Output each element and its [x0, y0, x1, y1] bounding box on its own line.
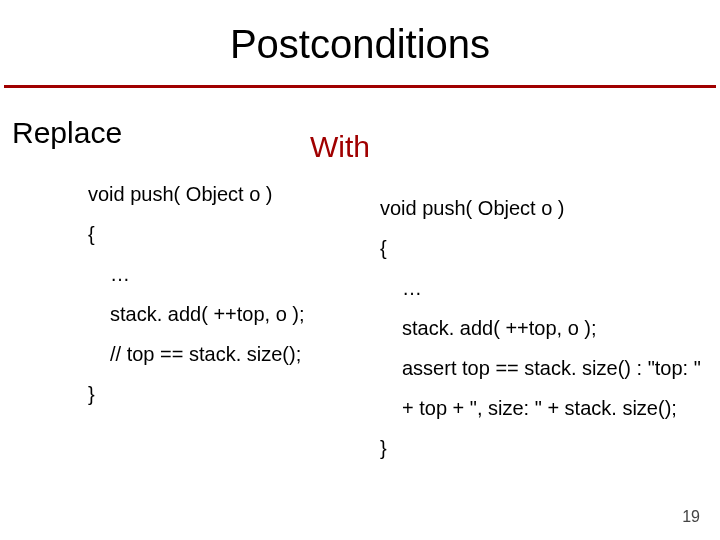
slide-title: Postconditions: [0, 0, 720, 85]
code-line: // top == stack. size();: [88, 344, 388, 364]
code-line: {: [88, 224, 388, 244]
code-block-after: void push( Object o ) { … stack. add( ++…: [380, 198, 720, 478]
code-line: stack. add( ++top, o );: [380, 318, 720, 338]
code-line: }: [88, 384, 388, 404]
code-line: }: [380, 438, 720, 458]
code-line: void push( Object o ): [88, 184, 388, 204]
code-line: assert top == stack. size() : "top: ": [380, 358, 720, 378]
code-line: stack. add( ++top, o );: [88, 304, 388, 324]
code-line: …: [380, 278, 720, 298]
replace-heading: Replace: [12, 116, 122, 150]
title-rule: [4, 85, 716, 88]
slide: Postconditions Replace With void push( O…: [0, 0, 720, 540]
code-line: + top + ", size: " + stack. size();: [380, 398, 720, 418]
page-number: 19: [682, 508, 700, 526]
with-heading: With: [310, 130, 370, 164]
code-block-before: void push( Object o ) { … stack. add( ++…: [88, 184, 388, 424]
code-line: void push( Object o ): [380, 198, 720, 218]
code-line: {: [380, 238, 720, 258]
code-line: …: [88, 264, 388, 284]
